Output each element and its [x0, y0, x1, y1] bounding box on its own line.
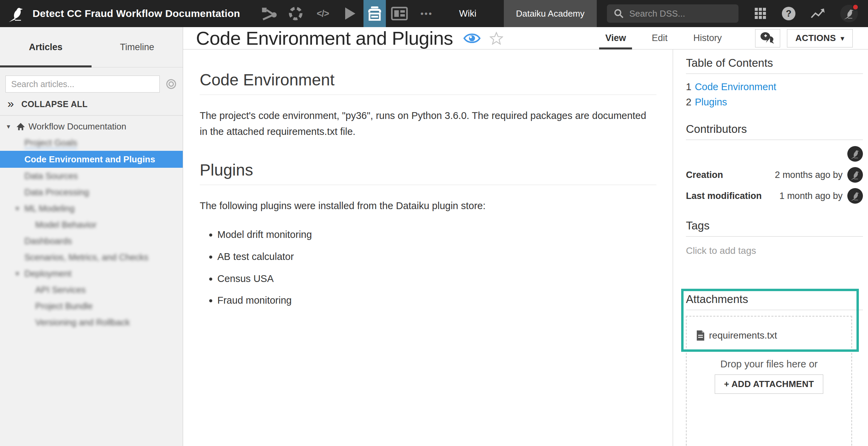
caret-down-icon[interactable]: ▾ — [16, 269, 24, 278]
tags-heading: Tags — [686, 219, 863, 237]
caret-down-icon[interactable]: ▾ — [16, 204, 24, 212]
help-icon[interactable]: ? — [782, 7, 795, 20]
toc-link-label[interactable]: Plugins — [695, 97, 727, 107]
plugins-list: Model drift monitoring AB test calculato… — [200, 229, 656, 306]
contributors-heading: Contributors — [686, 123, 863, 140]
star-icon[interactable] — [490, 32, 503, 45]
add-attachment-button[interactable]: + ADD ATTACHMENT — [715, 374, 823, 394]
tree-item-deployment[interactable]: ▾ Deployment — [0, 265, 183, 282]
top-navigation-bar: Detect CC Fraud Workflow Documentation <… — [0, 0, 868, 27]
tree-item-data-processing[interactable]: Data Processing — [0, 184, 183, 200]
creation-value: 2 months ago by — [775, 170, 843, 180]
topbar-right-icons: ? — [754, 0, 858, 27]
tree-item-label: Workflow Documentation — [28, 121, 126, 132]
article-tree: ▾ Workflow Documentation Project Goals C… — [0, 116, 183, 330]
dss-search-box[interactable]: Search DSS... — [607, 4, 738, 23]
collapse-all-button[interactable]: » COLLAPSE ALL — [0, 93, 183, 115]
project-title[interactable]: Detect CC Fraud Workflow Documentation — [33, 0, 240, 27]
toc-link-code-environment[interactable]: 1Code Environment — [686, 81, 863, 93]
tree-item-versioning-and-rollback[interactable]: Versioning and Rollback — [0, 314, 183, 330]
dataiku-wiki-page: Detect CC Fraud Workflow Documentation <… — [0, 0, 868, 446]
section-paragraph: The project's code environment, "py36", … — [200, 108, 656, 140]
tree-item-project-bundle[interactable]: Project Bundle — [0, 298, 183, 314]
contributor-avatar[interactable] — [847, 146, 863, 162]
section-paragraph: The following plugins were installed fro… — [200, 198, 656, 214]
title-icons — [463, 32, 503, 45]
article-tabs: View Edit History — [599, 27, 742, 49]
tree-item-project-goals[interactable]: Project Goals — [0, 135, 183, 151]
dss-search-placeholder: Search DSS... — [629, 8, 685, 19]
dataiku-academy-button[interactable]: Dataiku Academy — [504, 0, 597, 27]
user-avatar[interactable] — [840, 5, 858, 22]
lab-icon[interactable] — [282, 0, 309, 27]
search-icon — [614, 8, 624, 19]
sidebar-tabs: Articles Timeline — [0, 27, 183, 67]
tab-edit[interactable]: Edit — [646, 27, 674, 49]
header-buttons: ACTIONS ▾ — [755, 27, 853, 49]
list-item: Model drift monitoring — [217, 229, 656, 241]
tree-item-workflow-documentation[interactable]: ▾ Workflow Documentation — [0, 118, 183, 135]
tree-item-label: Deployment — [24, 268, 72, 279]
play-icon[interactable] — [336, 0, 363, 27]
tree-item-label: Model Behavior — [35, 220, 97, 230]
list-item: Census USA — [217, 273, 656, 285]
last-modification-row: Last modification 1 month ago by — [686, 188, 863, 204]
tree-item-api-services[interactable]: API Services — [0, 282, 183, 298]
tree-item-label: API Services — [35, 285, 86, 295]
add-tags-placeholder[interactable]: Click to add tags — [686, 245, 863, 256]
tree-item-ml-modeling[interactable]: ▾ ML Modeling — [0, 200, 183, 217]
watch-eye-icon[interactable] — [463, 32, 481, 44]
apps-grid-icon[interactable] — [754, 7, 767, 20]
modifier-avatar[interactable] — [847, 188, 863, 204]
section-heading-code-environment: Code Environment — [200, 70, 656, 95]
caret-down-icon[interactable]: ▾ — [7, 122, 16, 130]
attachment-dropzone[interactable]: requirements.txt Drop your files here or… — [686, 316, 852, 446]
tree-item-label: Dashboards — [24, 236, 72, 246]
tree-item-data-sources[interactable]: Data Sources — [0, 168, 183, 184]
actions-button[interactable]: ACTIONS ▾ — [787, 29, 853, 47]
article-header-right: View Edit History — [599, 27, 868, 49]
article-header: Code Environment and Plugins View Edit — [183, 27, 868, 49]
page-title: Code Environment and Plugins — [196, 27, 453, 49]
more-options-icon[interactable]: ••• — [413, 0, 440, 27]
target-icon[interactable] — [165, 78, 177, 90]
wiki-icon[interactable] — [363, 0, 386, 27]
list-item: Fraud monitoring — [217, 295, 656, 306]
tree-item-code-environment-and-plugins[interactable]: Code Environment and Plugins — [0, 151, 183, 168]
trending-icon[interactable] — [810, 7, 825, 20]
article-side-panel: Table of Contents 1Code Environment 2Plu… — [673, 49, 868, 446]
tree-item-label: ML Modeling — [24, 203, 75, 214]
dataiku-logo-icon[interactable] — [0, 0, 33, 27]
discussions-button[interactable] — [755, 29, 780, 47]
tags-section: Tags Click to add tags — [686, 219, 863, 256]
tree-item-model-behavior[interactable]: Model Behavior — [0, 217, 183, 233]
attachment-file-name[interactable]: requirements.txt — [709, 330, 777, 341]
tree-item-dashboards[interactable]: Dashboards — [0, 233, 183, 249]
topbar-spacer — [476, 0, 504, 27]
section-heading-plugins: Plugins — [200, 161, 656, 185]
code-icon[interactable]: </> — [309, 0, 336, 27]
toc-number: 1 — [686, 81, 691, 92]
creation-row: Creation 2 months ago by — [686, 167, 863, 183]
tree-item-scenarios-metrics-checks[interactable]: Scenarios, Metrics, and Checks — [0, 249, 183, 265]
last-modification-value: 1 month ago by — [780, 191, 843, 201]
last-modification-label: Last modification — [686, 191, 762, 201]
tab-history[interactable]: History — [687, 27, 728, 49]
flow-icon[interactable] — [255, 0, 282, 27]
tree-item-label: Data Processing — [24, 187, 89, 198]
tab-articles[interactable]: Articles — [0, 27, 92, 67]
toc-link-plugins[interactable]: 2Plugins — [686, 97, 863, 108]
dashboard-icon[interactable] — [386, 0, 413, 27]
attachment-file-requirements-txt[interactable]: requirements.txt — [687, 327, 851, 344]
tab-timeline[interactable]: Timeline — [92, 27, 183, 67]
tree-item-label: Scenarios, Metrics, and Checks — [24, 252, 149, 263]
tab-view[interactable]: View — [599, 27, 632, 49]
article-main: Code Environment and Plugins View Edit — [183, 27, 868, 446]
toc-link-label[interactable]: Code Environment — [695, 81, 776, 92]
tree-item-label: Project Bundle — [35, 301, 93, 311]
article-search-row — [0, 67, 183, 93]
creator-avatar[interactable] — [847, 167, 863, 183]
search-articles-input[interactable] — [5, 76, 160, 93]
project-nav-icons: </> ••• — [255, 0, 440, 27]
attachments-heading: Attachments — [686, 293, 863, 310]
